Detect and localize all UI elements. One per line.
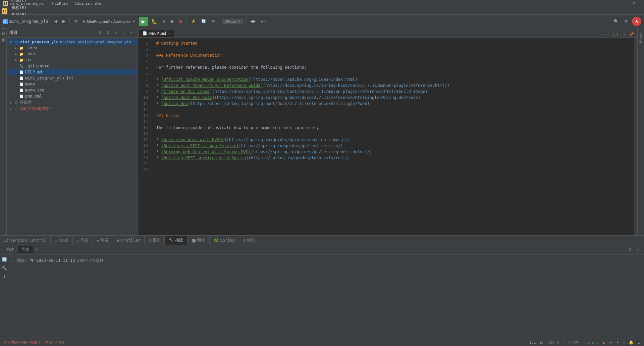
status-checkmark: ✓ 1 ∧ ∨ xyxy=(582,340,600,345)
sync-refresh-button[interactable]: 🔄 xyxy=(1,256,8,263)
status-icon-5: ☁ xyxy=(636,340,641,345)
tree-item-scratches[interactable]: ▶ ⚡ 临时文件和控制台 xyxy=(7,106,137,112)
tree-item-gitignore[interactable]: 🔧 .gitignore xyxy=(7,63,137,69)
tree-item-mvn[interactable]: ▶ 📁 .mvn xyxy=(7,51,137,57)
run-button[interactable]: ▶ xyxy=(139,17,148,26)
debug-button[interactable]: 🐛 xyxy=(150,17,159,26)
sync-content: ✓ 同步: 在 2023-05-11 11:13 29秒/779毫秒 xyxy=(9,254,644,339)
code-area[interactable]: # Getting Started ### Reference Document… xyxy=(151,38,634,235)
panel-sort-button[interactable]: ⇅ xyxy=(105,30,111,36)
code-line-6 xyxy=(156,70,629,76)
tree-item-iml[interactable]: 📄 mini_program_yln.iml xyxy=(7,75,137,81)
panel-filter-button[interactable]: ≡ xyxy=(112,30,119,36)
editor-checkmark: ✓ xyxy=(607,32,609,37)
sync-close-button[interactable]: ✕ xyxy=(34,246,40,253)
left-tab-bookmarks[interactable]: 书签 xyxy=(0,42,6,48)
settings-button[interactable]: ⚙ xyxy=(72,17,79,26)
main-toolbar: ⬡ mini_program_yln ◀ ▶ ⚙ ▶ MiniProgramYl… xyxy=(0,15,644,28)
profile-button[interactable]: ◉ xyxy=(168,17,176,26)
bottom-expand-button[interactable]: ⤢ xyxy=(635,246,641,253)
spring-icon: 🌿 xyxy=(214,238,219,243)
bottom-tab-spring[interactable]: 🌿 Spring xyxy=(210,236,239,245)
user-avatar[interactable]: A xyxy=(632,17,641,26)
panel-hide-button[interactable]: ✕ xyxy=(128,30,135,36)
version-control-icon: ⎇ xyxy=(4,238,9,243)
bottom-tab-todo[interactable]: ☑ TODO xyxy=(51,236,72,245)
bottom-tab-issues[interactable]: ⚠ 问题 xyxy=(73,236,93,245)
panel-gear-button[interactable]: ⚙ xyxy=(97,30,104,36)
forward-button[interactable]: ▶ xyxy=(60,17,67,26)
run-config-dropdown[interactable]: ▶ MiniProgramYlnApplication ▼ xyxy=(81,17,138,26)
sync-text: 同步: 在 2023-05-11 11:13 xyxy=(17,258,75,264)
line-num-16: 16 xyxy=(138,131,148,137)
tree-item-pomxml[interactable]: 📄 pom.xml xyxy=(7,93,137,99)
tree-item-external[interactable]: ▶ 🗄 外部库 xyxy=(7,99,137,106)
build-subtab[interactable]: 构建 xyxy=(3,246,17,253)
tree-root-item[interactable]: ▼ ⬡ mini_program_yln D:\idea_project\min… xyxy=(7,39,137,45)
stop-button[interactable]: ◼ xyxy=(177,17,184,26)
tree-item-mvnwcmd[interactable]: 📄 mvnw.cmd xyxy=(7,87,137,93)
scratches-expand-arrow[interactable]: ▶ xyxy=(8,106,13,112)
project-panel-title: 项目 xyxy=(9,30,17,36)
pin-button[interactable]: 📌 xyxy=(629,31,635,37)
tree-item-idea[interactable]: ▶ 📁 .idea xyxy=(7,45,137,51)
idea-expand-arrow[interactable]: ▶ xyxy=(13,45,19,51)
editor-scrollbar[interactable] xyxy=(634,38,637,235)
src-expand-arrow[interactable]: ▶ xyxy=(13,57,19,63)
tab-helpmd[interactable]: 📄 HELP.md ✕ xyxy=(139,29,174,37)
maximize-button[interactable]: □ xyxy=(610,0,626,7)
tab-close-button[interactable]: ✕ xyxy=(168,32,170,35)
bottom-tab-profiler[interactable]: ◉ Profiler xyxy=(113,236,145,245)
pomxml-icon: 📄 xyxy=(19,94,24,99)
search-everywhere-button[interactable]: 🔍 xyxy=(612,17,621,26)
bottom-tab-breakpoints[interactable]: ⬤ 断点 xyxy=(187,236,210,245)
menu-item-c[interactable]: 代码(C) xyxy=(9,0,30,4)
project-tree: ▼ ⬡ mini_program_yln D:\idea_project\min… xyxy=(7,38,137,235)
bottom-tab-build[interactable]: 🔨 构建 xyxy=(165,236,187,245)
sync-info-button[interactable]: ℹ xyxy=(1,273,8,281)
back-button[interactable]: ◀ xyxy=(52,17,59,26)
tree-item-mvnw[interactable]: 📄 mvnw xyxy=(7,81,137,87)
tree-item-helpmd[interactable]: 📄 HELP.md xyxy=(7,69,137,75)
minimize-button[interactable]: — xyxy=(595,0,610,7)
jrebel-run-back[interactable]: ◀▶ xyxy=(248,17,258,26)
status-indent[interactable]: 4 个空格 xyxy=(562,340,580,345)
mvn-expand-arrow[interactable]: ▶ xyxy=(13,51,19,57)
panel-more-button[interactable]: ⋮ xyxy=(120,30,127,36)
bottom-tab-hibernate[interactable]: ⎋ 休眠 xyxy=(239,236,259,245)
root-expand-arrow[interactable]: ▼ xyxy=(8,39,13,45)
bottom-settings-button[interactable]: ⚙ xyxy=(627,246,633,253)
expand-button[interactable]: ⤢ xyxy=(621,31,627,37)
bottom-tab-version-control[interactable]: ⎇ Version Control xyxy=(0,236,51,245)
sync-button[interactable]: 🔄 xyxy=(199,17,208,26)
gradle-button[interactable]: ⚡ xyxy=(189,17,198,26)
left-tab-project[interactable]: 项目 xyxy=(0,28,6,35)
coverage-button[interactable]: ⊕ xyxy=(160,17,167,26)
status-encoding[interactable]: UTF-8 xyxy=(547,340,561,345)
jrebel-run[interactable]: ▶R xyxy=(259,17,268,26)
jrebel-button[interactable]: JRebel ▼ xyxy=(222,19,243,24)
more-button[interactable]: ≫ xyxy=(209,17,217,26)
sync-subtab[interactable]: 同步 xyxy=(18,246,33,253)
line-numbers: 12345678910111213141516171819202122 xyxy=(138,38,151,235)
close-button[interactable]: ✕ xyxy=(626,0,641,7)
bottom-tab-services[interactable]: ⚙ 服务 xyxy=(145,236,165,245)
tree-item-src[interactable]: ▶ 📁 src xyxy=(7,57,137,63)
sync-filter-button[interactable]: 🔧 xyxy=(1,265,8,272)
code-line-5: For further reference, please consider t… xyxy=(156,64,629,70)
editor-tabs: 📄 HELP.md ✕ ✓ 1:1 ⤢ 📌 xyxy=(138,28,637,38)
status-icon-2: ♦ xyxy=(615,340,620,345)
logo-icon: IJ xyxy=(1,8,8,14)
settings-gear-button[interactable]: ⚙ xyxy=(623,17,630,26)
external-expand-arrow[interactable]: ▶ xyxy=(8,100,13,105)
menu-item-r[interactable]: 重构(R) xyxy=(9,4,30,11)
status-line-ending[interactable]: LF xyxy=(539,340,546,345)
code-line-19: * [Serving Web Content with Spring MVC](… xyxy=(156,149,629,155)
left-tab-structure[interactable]: 结构 xyxy=(0,35,6,42)
maven-tab[interactable]: Maven xyxy=(638,28,644,46)
todo-icon: ☑ xyxy=(55,238,57,243)
status-line-col[interactable]: 1:1 xyxy=(528,340,537,345)
status-error-text[interactable]: 自动构建完成但有错误 (片刻 之前) xyxy=(3,340,66,345)
code-line-13: ### Guides xyxy=(156,113,629,119)
bottom-tab-terminal[interactable]: ▶ 终端 xyxy=(93,236,113,245)
